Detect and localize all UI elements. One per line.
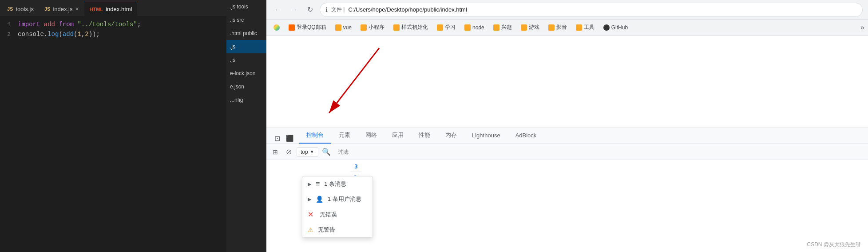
dropdown-label-2: 无错误 — [320, 211, 337, 219]
tab-index-html[interactable]: HTML index.html — [84, 2, 138, 16]
bookmark-qq[interactable]: 登录QQ邮箱 — [285, 22, 330, 32]
devtools-content: ▶ ≡ 1 条消息 ▶ 👤 1 条用户消息 ✕ 无错误 ⚠ — [266, 160, 868, 252]
bookmark-rainbow[interactable] — [270, 23, 283, 32]
tab-performance-label: 性能 — [419, 131, 430, 139]
tab-elements-label: 元素 — [339, 131, 350, 139]
sidebar-item-html-public[interactable]: .html public — [226, 27, 266, 40]
inspect-element-button[interactable]: ⊡ — [272, 133, 282, 144]
tab-label-3: index.html — [106, 6, 132, 12]
dropdown-messages[interactable]: ▶ ≡ 1 条消息 — [302, 176, 373, 192]
list-icon: ≡ — [316, 180, 320, 188]
more-bookmarks-button[interactable]: » — [860, 24, 864, 32]
tab-adblock-label: AdBlock — [515, 132, 537, 139]
bookmark-node[interactable]: node — [461, 23, 488, 32]
bookmark-label-6: 兴趣 — [501, 24, 512, 31]
bookmarks-bar: 登录QQ邮箱 vue 小程序 样式初始化 学习 node 兴趣 游戏 — [266, 20, 868, 36]
forward-button[interactable]: → — [288, 4, 300, 16]
filter-toggle-button[interactable]: 🔍 — [321, 147, 332, 157]
sidebar-item-js-tools[interactable]: .js tools — [226, 0, 266, 13]
sidebar-item-json[interactable]: e.json — [226, 80, 266, 93]
context-label: top — [301, 149, 308, 155]
dropdown-label-0: 1 条消息 — [324, 180, 346, 188]
dropdown-user-messages[interactable]: ▶ 👤 1 条用户消息 — [302, 192, 373, 207]
tab-network[interactable]: 网络 — [358, 128, 384, 144]
sidebar-label-6: e.json — [230, 84, 244, 90]
bookmark-label-7: 游戏 — [529, 24, 539, 31]
tab-application[interactable]: 应用 — [385, 128, 411, 144]
watermark-text: CSDN @灰大狼先生呀 — [807, 241, 861, 248]
bookmark-vue[interactable]: vue — [332, 23, 355, 32]
file-sidebar: .js tools .js src .html public .js .js e… — [226, 0, 266, 252]
address-bar[interactable]: ℹ 文件 | C:/Users/hope/Desktop/hope/public… — [320, 3, 863, 17]
tab-console[interactable]: 控制台 — [299, 128, 331, 144]
devtools-panel: ⊡ ⬛ 控制台 元素 网络 应用 性能 内存 — [266, 128, 868, 252]
bookmark-label-10: GitHub — [611, 24, 628, 31]
keyword-from: from — [55, 21, 77, 28]
bookmark-label-9: 工具 — [584, 24, 595, 31]
svg-line-1 — [329, 48, 379, 113]
dropdown-no-warnings[interactable]: ⚠ 无警告 — [302, 222, 373, 237]
tab-elements[interactable]: 元素 — [332, 128, 357, 144]
tab-label-2: index.js — [53, 6, 72, 12]
folder-icon-styles — [393, 24, 400, 31]
js-icon-2: JS — [44, 6, 50, 12]
dropdown-no-errors[interactable]: ✕ 无错误 — [302, 207, 373, 222]
bookmark-tools[interactable]: 工具 — [572, 22, 598, 32]
bookmark-styles[interactable]: 样式初始化 — [390, 22, 432, 32]
dropdown-label-3: 无警告 — [318, 226, 335, 234]
tab-close-button[interactable]: × — [75, 5, 79, 12]
watermark: CSDN @灰大狼先生呀 — [807, 241, 861, 248]
paren-1: ( — [59, 31, 62, 38]
tab-performance[interactable]: 性能 — [412, 128, 437, 144]
clear-console-button[interactable]: ⊘ — [283, 147, 294, 157]
user-icon: 👤 — [316, 196, 323, 203]
tab-lighthouse[interactable]: Lighthouse — [465, 128, 507, 144]
sidebar-item-js2[interactable]: .js — [226, 53, 266, 67]
str-tools: "../tools/tools" — [77, 21, 137, 28]
sidebar-label-7: ...nfig — [230, 97, 243, 103]
devtools-icon-buttons: ⊡ ⬛ — [268, 133, 298, 144]
context-selector[interactable]: top ▼ — [297, 147, 318, 157]
bookmark-learn[interactable]: 学习 — [433, 22, 459, 32]
close-parens: )); — [89, 31, 100, 38]
tab-adblock[interactable]: AdBlock — [508, 128, 544, 144]
sidebar-toggle-button[interactable]: ⊞ — [270, 147, 281, 157]
sidebar-item-config[interactable]: ...nfig — [226, 93, 266, 107]
num-1: 1 — [77, 31, 81, 38]
num-2: 2 — [85, 31, 88, 38]
browser-toolbar: ← → ↻ ℹ 文件 | C:/Users/hope/Desktop/hope/… — [266, 0, 868, 20]
console-text: console. — [18, 31, 48, 38]
sidebar-item-js[interactable]: .js — [226, 40, 266, 53]
sidebar-item-elock[interactable]: e-lock.json — [226, 67, 266, 80]
filter-input[interactable] — [334, 149, 864, 155]
refresh-button[interactable]: ↻ — [304, 4, 316, 16]
lock-icon: ℹ — [325, 6, 328, 13]
rainbow-icon — [273, 24, 280, 31]
tab-index-js[interactable]: JS index.js × — [39, 2, 84, 16]
tab-memory-label: 内存 — [445, 131, 457, 139]
bookmark-label-3: 样式初始化 — [401, 24, 428, 31]
tab-tools-js[interactable]: JS tools.js — [2, 2, 39, 16]
bookmark-games[interactable]: 游戏 — [517, 22, 543, 32]
fn-log: log — [48, 31, 59, 38]
bookmark-label-1: vue — [343, 24, 352, 31]
console-value-1: 3 — [354, 163, 358, 170]
tab-console-label: 控制台 — [306, 131, 324, 139]
sidebar-label-3: .js — [230, 44, 235, 50]
sidebar-item-js-src[interactable]: .js src — [226, 13, 266, 27]
folder-icon-interest — [493, 24, 499, 31]
bookmark-github[interactable]: GitHub — [600, 23, 631, 32]
back-button[interactable]: ← — [272, 4, 284, 16]
expand-icon-2: ▶ — [308, 196, 311, 202]
folder-icon-tools — [576, 24, 582, 31]
bookmark-miniprogram[interactable]: 小程序 — [357, 22, 388, 32]
code-editor[interactable]: 1 import add from "../tools/tools"; 2 co… — [0, 16, 226, 252]
bookmark-interest[interactable]: 兴趣 — [490, 22, 515, 32]
device-toggle-button[interactable]: ⬛ — [284, 133, 295, 144]
tab-memory[interactable]: 内存 — [438, 128, 464, 144]
bookmark-label-2: 小程序 — [369, 24, 384, 31]
dropdown-label-1: 1 条用户消息 — [328, 195, 361, 203]
bookmark-media[interactable]: 影音 — [545, 22, 571, 32]
sidebar-label-2: .html public — [230, 30, 257, 36]
sidebar-label-1: .js src — [230, 17, 244, 23]
